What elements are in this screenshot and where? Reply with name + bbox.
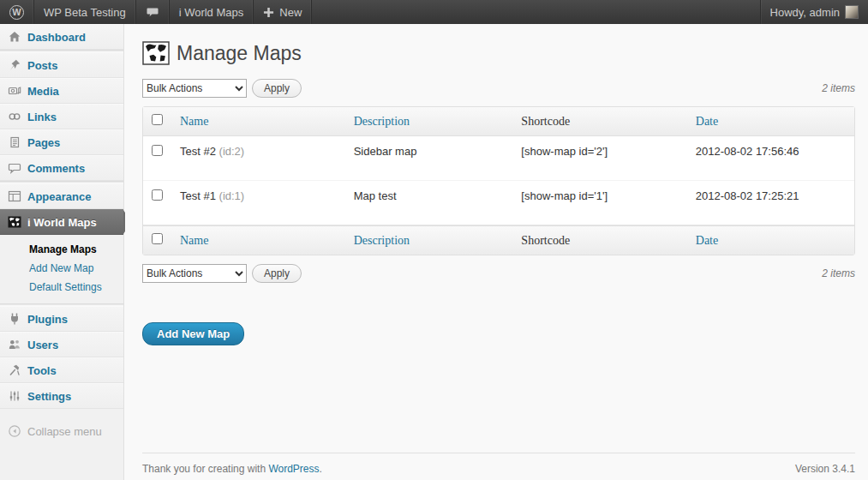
column-header-date[interactable]: Date (687, 107, 854, 136)
sidebar-label: Plugins (27, 313, 68, 326)
i-world-maps-admin-bar-menu[interactable]: i World Maps (170, 0, 254, 24)
site-name-label: WP Beta Testing (44, 6, 126, 19)
column-footer-date[interactable]: Date (687, 225, 854, 255)
sidebar-label: Posts (27, 59, 57, 72)
table-footer-row: Name Description Shortcode Date (143, 225, 854, 255)
submenu-item-default-settings[interactable]: Default Settings (0, 278, 123, 297)
plugin-icon (8, 312, 21, 326)
sidebar-label: i World Maps (27, 216, 97, 229)
apply-button-bottom[interactable]: Apply (252, 264, 302, 283)
sidebar-label: Pages (27, 136, 60, 149)
sidebar-label: Media (27, 85, 59, 98)
sidebar-item-users[interactable]: Users (0, 332, 123, 357)
map-description: Sidebar map (345, 136, 513, 181)
user-avatar (845, 5, 859, 19)
map-shortcode: [show-map id='1'] (512, 181, 686, 225)
sidebar-label: Tools (27, 364, 57, 377)
map-id: (id:1) (219, 189, 245, 202)
column-footer-shortcode: Shortcode (512, 225, 686, 255)
account-menu[interactable]: Howdy, admin (760, 0, 868, 24)
howdy-label: Howdy, admin (770, 6, 840, 19)
comment-bubble-icon (146, 5, 159, 19)
sidebar-item-media[interactable]: Media (0, 78, 123, 104)
table-row: Test #1 (id:1) Map test [show-map id='1'… (143, 181, 854, 225)
i-world-maps-label: i World Maps (179, 6, 244, 19)
top-tablenav: Bulk Actions Apply 2 items (142, 79, 855, 98)
page-header: Manage Maps (142, 39, 855, 67)
bulk-actions-select-top[interactable]: Bulk Actions (142, 79, 247, 98)
users-icon (8, 338, 21, 351)
select-all-checkbox-bottom[interactable] (152, 233, 163, 244)
map-name: Test #2 (180, 145, 216, 158)
map-shortcode: [show-map id='2'] (512, 136, 686, 181)
comments-admin-bar-button[interactable] (136, 0, 170, 24)
sidebar-item-tools[interactable]: Tools (0, 357, 123, 383)
wordpress-logo-icon: W (9, 5, 24, 20)
new-content-menu[interactable]: New (254, 0, 312, 24)
select-row-checkbox[interactable] (152, 189, 163, 201)
column-footer-description[interactable]: Description (345, 225, 513, 255)
world-map-icon (8, 215, 21, 229)
table-row: Test #2 (id:2) Sidebar map [show-map id=… (143, 136, 854, 181)
sidebar-item-comments[interactable]: Comments (0, 155, 123, 181)
main-content: Manage Maps Bulk Actions Apply 2 items N… (125, 24, 868, 480)
add-new-map-button[interactable]: Add New Map (142, 322, 244, 345)
sidebar-item-settings[interactable]: Settings (0, 383, 123, 409)
sidebar-item-posts[interactable]: Posts (0, 52, 123, 78)
sidebar-label: Users (27, 339, 58, 351)
admin-footer: Thank you for creating with WordPress. V… (142, 453, 855, 475)
admin-bar: W WP Beta Testing i World Maps New Howdy… (0, 0, 868, 24)
submenu-item-add-new-map[interactable]: Add New Map (0, 259, 123, 278)
map-date: 2012-08-02 17:25:21 (687, 181, 854, 225)
dashboard-home-icon (8, 30, 21, 44)
sidebar-item-appearance[interactable]: Appearance (0, 183, 123, 209)
plus-icon (263, 7, 274, 18)
select-row-checkbox[interactable] (152, 145, 163, 156)
footer-version: Version 3.4.1 (795, 463, 855, 475)
map-id: (id:2) (219, 145, 245, 158)
collapse-menu-button[interactable]: Collapse menu (0, 419, 123, 443)
wordpress-link[interactable]: WordPress (268, 463, 319, 475)
maps-list-table: Name Description Shortcode Date Test #2 … (142, 106, 855, 255)
sidebar-item-links[interactable]: Links (0, 104, 123, 129)
sidebar-label: Links (27, 111, 57, 123)
apply-button-top[interactable]: Apply (252, 79, 302, 98)
submenu-item-manage-maps[interactable]: Manage Maps (0, 240, 123, 259)
pages-document-icon (8, 135, 21, 149)
column-header-description[interactable]: Description (345, 107, 513, 136)
comments-bubble-icon (8, 161, 21, 175)
footer-thanks-period: . (320, 463, 322, 475)
settings-sliders-icon (8, 389, 21, 403)
footer-thanks-text: Thank you for creating with (142, 463, 268, 475)
sidebar-item-i-world-maps[interactable]: i World Maps (0, 209, 123, 235)
sidebar-item-pages[interactable]: Pages (0, 129, 123, 155)
items-count-top: 2 items (822, 82, 855, 94)
sidebar-item-plugins[interactable]: Plugins (0, 306, 123, 332)
footer-thanks: Thank you for creating with WordPress. (142, 463, 322, 475)
map-description: Map test (345, 181, 513, 225)
sidebar-label: Comments (27, 162, 85, 175)
sidebar-label: Settings (27, 390, 71, 403)
wordpress-logo-menu[interactable]: W (0, 0, 34, 24)
collapse-arrow-icon (8, 424, 21, 438)
sidebar-label: Dashboard (27, 31, 86, 44)
pushpin-icon (8, 58, 21, 72)
map-date: 2012-08-02 17:56:46 (687, 136, 854, 181)
column-footer-name[interactable]: Name (171, 225, 345, 255)
sidebar-item-dashboard[interactable]: Dashboard (0, 24, 123, 50)
i-world-maps-submenu: Manage Maps Add New Map Default Settings (0, 235, 123, 303)
table-header-row: Name Description Shortcode Date (143, 107, 854, 136)
select-all-checkbox-top[interactable] (152, 114, 163, 125)
link-chain-icon (8, 110, 21, 123)
media-camera-icon (8, 84, 21, 98)
manage-maps-world-icon (142, 39, 170, 67)
new-label: New (279, 6, 302, 19)
items-count-bottom: 2 items (822, 267, 855, 279)
tools-hammer-icon (8, 363, 21, 377)
column-header-name[interactable]: Name (171, 107, 345, 136)
column-header-shortcode: Shortcode (512, 107, 686, 136)
site-name-menu[interactable]: WP Beta Testing (34, 0, 136, 24)
bulk-actions-select-bottom[interactable]: Bulk Actions (142, 264, 247, 283)
bottom-tablenav: Bulk Actions Apply 2 items (142, 264, 855, 283)
sidebar-label: Appearance (27, 190, 91, 203)
